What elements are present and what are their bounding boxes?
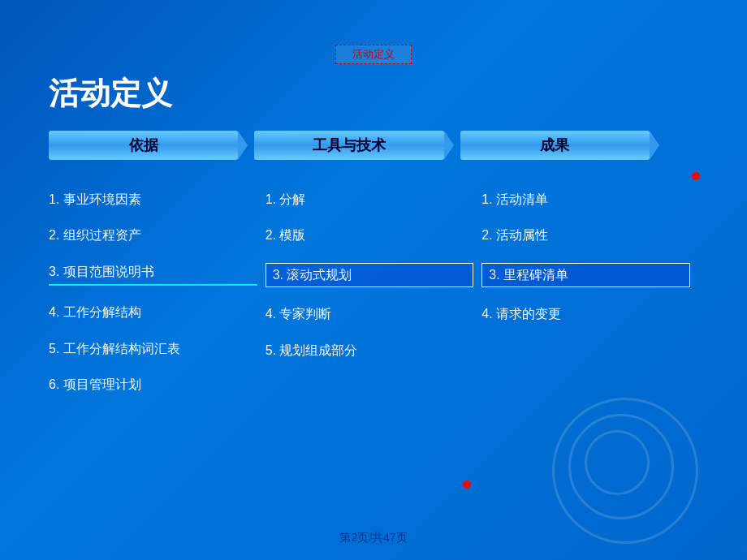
col2-header-label: 工具与技术 [313, 136, 386, 155]
col2-header-bg: 工具与技术 [254, 131, 443, 160]
col3-content: 1. 活动清单 2. 活动属性 3. 里程碑清单 4. 请求的变更 [481, 191, 698, 411]
col3-header: 成果 [460, 131, 650, 160]
deco-ring-3 [585, 430, 650, 495]
red-dot-bottom [463, 480, 471, 489]
col2-item-5: 5. 规划组成部分 [266, 342, 474, 360]
col1-header: 依据 [49, 131, 238, 160]
page-title: 活动定义 [49, 73, 698, 114]
col1-header-label: 依据 [129, 136, 158, 155]
red-dot-top [692, 172, 700, 180]
col3-item-1: 1. 活动清单 [481, 191, 690, 209]
col1-item-5: 5. 工作分解结构词汇表 [49, 340, 257, 358]
col2-content: 1. 分解 2. 模版 3. 滚动式规划 4. 专家判断 5. 规划组成部分 [266, 191, 482, 411]
col3-header-label: 成果 [540, 136, 569, 155]
col1-item-6: 6. 项目管理计划 [49, 376, 257, 394]
col2-item-1: 1. 分解 [266, 191, 474, 209]
col1-item-2: 2. 组织过程资产 [49, 226, 257, 244]
col2-item-4: 4. 专家判断 [266, 305, 474, 323]
page-footer: 第2页/共47页 [0, 531, 747, 545]
col2-item-3: 3. 滚动式规划 [266, 263, 474, 287]
columns-header: 依据 工具与技术 成果 [49, 131, 650, 160]
col2-header: 工具与技术 [254, 131, 443, 160]
col3-header-bg: 成果 [460, 131, 650, 160]
col3-item-4: 4. 请求的变更 [481, 305, 690, 323]
col1-header-bg: 依据 [49, 131, 238, 160]
col3-item-3: 3. 里程碑清单 [481, 263, 690, 287]
col1-item-3: 3. 项目范围说明书 [49, 263, 257, 286]
col1-content: 1. 事业环境因素 2. 组织过程资产 3. 项目范围说明书 4. 工作分解结构… [49, 191, 266, 411]
content-area: 1. 事业环境因素 2. 组织过程资产 3. 项目范围说明书 4. 工作分解结构… [49, 191, 698, 411]
slide-label: 活动定义 [335, 45, 412, 64]
title-area: 活动定义 依据 工具与技术 成果 [49, 73, 698, 160]
col3-item-2: 2. 活动属性 [481, 226, 690, 244]
col1-item-4: 4. 工作分解结构 [49, 304, 257, 321]
col1-item-1: 1. 事业环境因素 [49, 191, 257, 209]
col2-item-2: 2. 模版 [266, 226, 474, 244]
